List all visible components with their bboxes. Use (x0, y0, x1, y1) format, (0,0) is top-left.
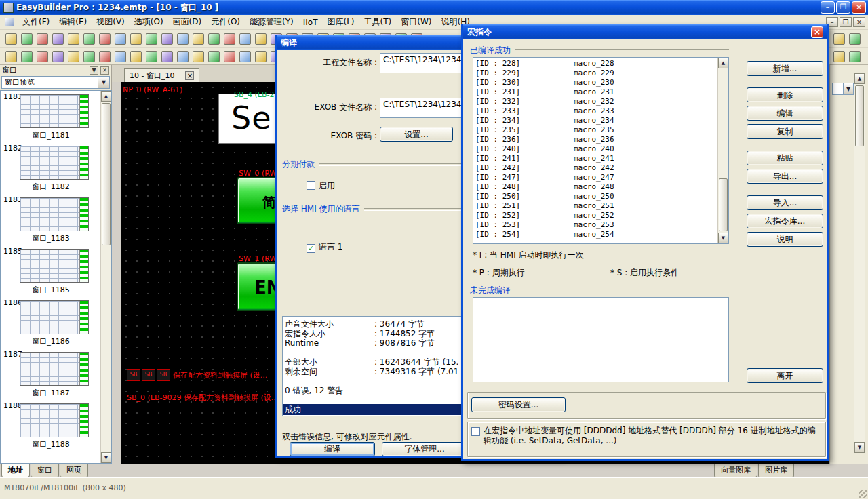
macro-list-item[interactable]: [ID : 248] macro_248 (473, 182, 716, 192)
options-icon[interactable] (847, 49, 863, 64)
set-bit-object[interactable]: SB (142, 369, 155, 381)
window-thumbnail[interactable] (20, 197, 89, 231)
panel-menu-icon[interactable]: ▼ (90, 66, 98, 75)
window-thumbnail[interactable] (20, 403, 89, 437)
scroll-down-icon[interactable]: ▼ (101, 452, 111, 463)
macro-action-button[interactable]: 编辑 (747, 106, 823, 121)
macro-list-item[interactable]: [ID : 232] macro_232 (473, 97, 716, 106)
macro-list-item[interactable]: [ID : 241] macro_241 (473, 154, 716, 163)
macro-action-button[interactable]: 粘贴 (747, 151, 823, 165)
window-list-item[interactable]: 1187 窗口_1187 (1, 348, 101, 400)
object-list-icon[interactable] (831, 31, 847, 46)
close-button[interactable]: × (852, 1, 866, 14)
set-bit-object[interactable]: SB (157, 369, 170, 381)
paste-icon[interactable] (97, 31, 113, 46)
macro-list-item[interactable]: [ID : 235] macro_235 (473, 125, 716, 135)
failed-macro-list[interactable] (473, 297, 729, 382)
menu-item[interactable]: 画面(D) (168, 14, 207, 30)
macro-manager-icon[interactable] (222, 31, 237, 46)
restore-button[interactable]: ❐ (836, 1, 850, 14)
scroll-up-icon[interactable]: ▲ (854, 73, 865, 84)
window-tree-icon[interactable] (847, 31, 863, 46)
word-lamp-icon[interactable] (175, 49, 191, 64)
compile-button[interactable]: 编译 (290, 442, 375, 456)
polygon-tool-icon[interactable] (81, 49, 97, 64)
mdi-close-button[interactable]: × (853, 17, 865, 27)
scroll-up-icon[interactable]: ▲ (718, 58, 728, 68)
menu-item[interactable]: IIoT (298, 16, 323, 29)
checkbox-icon[interactable] (471, 427, 480, 436)
window-thumbnail[interactable] (20, 249, 89, 283)
macro-list-item[interactable]: [ID : 233] macro_233 (473, 106, 716, 116)
scroll-down-icon[interactable]: ▼ (718, 233, 728, 243)
window-list-item[interactable]: 1183 窗口_1183 (1, 194, 101, 245)
open-project-icon[interactable] (19, 31, 35, 46)
macro-action-button[interactable]: 导入... (747, 195, 823, 210)
password-settings-button[interactable]: 密码设置... (471, 397, 566, 412)
set-bit-icon[interactable] (191, 49, 206, 64)
right-scrollbar[interactable]: ▲ ▼ (854, 73, 865, 453)
security-settings-icon[interactable] (159, 31, 175, 46)
select-tool-icon[interactable] (3, 49, 19, 64)
tab-close-icon[interactable]: × (185, 71, 194, 80)
checkbox-checked-icon[interactable]: ✓ (307, 244, 315, 253)
menu-item[interactable]: 视图(V) (92, 14, 130, 30)
menu-item[interactable]: 文件(F) (18, 14, 54, 30)
shape-library-icon[interactable] (253, 31, 269, 46)
macro-list-item[interactable]: [ID : 231] macro_231 (473, 87, 716, 97)
table-tool-icon[interactable] (144, 49, 159, 64)
macro-list-item[interactable]: [ID : 247] macro_247 (473, 173, 716, 182)
macro-list-item[interactable]: [ID : 234] macro_234 (473, 116, 716, 125)
close-icon[interactable]: × (811, 26, 823, 38)
macro-list-item[interactable]: [ID : 229] macro_229 (473, 68, 716, 78)
language1-checkbox[interactable]: ✓语言 1 (307, 241, 342, 253)
copy-icon[interactable] (81, 31, 97, 46)
mdi-restore-button[interactable]: ❐ (840, 17, 852, 27)
undo-icon[interactable] (113, 31, 128, 46)
bottom-tab[interactable]: 窗口 (31, 464, 59, 477)
macro-dialog-titlebar[interactable]: 宏指令 × (463, 24, 827, 39)
macro-list-item[interactable]: [ID : 251] macro_251 (473, 201, 716, 211)
bit-lamp-icon[interactable] (159, 49, 175, 64)
line-tool-icon[interactable] (35, 49, 50, 64)
cut-icon[interactable] (66, 31, 81, 46)
scroll-thumb[interactable] (855, 85, 864, 146)
mdi-child-icon[interactable] (5, 18, 14, 26)
macro-list-item[interactable]: [ID : 242] macro_242 (473, 163, 716, 173)
arc-tool-icon[interactable] (97, 49, 113, 64)
panel-close-icon[interactable]: × (100, 66, 109, 75)
scale-tool-icon[interactable] (128, 49, 144, 64)
ellipse-tool-icon[interactable] (66, 49, 81, 64)
macro-list-item[interactable]: [ID : 252] macro_252 (473, 211, 716, 220)
scroll-thumb[interactable] (102, 103, 111, 245)
macro-list[interactable]: [ID : 228] macro_228 [ID : 229] macro_22… (473, 57, 729, 244)
menu-item[interactable]: 工具(T) (359, 14, 397, 30)
resize-grip[interactable] (859, 490, 867, 498)
text-tool-icon[interactable] (19, 49, 35, 64)
address-tag-icon[interactable] (206, 31, 222, 46)
enable-checkbox[interactable]: 启用 (307, 180, 335, 192)
system-parameters-icon[interactable] (144, 31, 159, 46)
menu-item[interactable]: 能源管理(Y) (245, 14, 298, 30)
set-bit-object[interactable]: SB (127, 369, 140, 381)
address-format-checkbox[interactable]: 在宏指令中地址变量可使用 [DDDDdd] 地址格式替代 [DDDDh] 部分 … (471, 426, 818, 446)
window-preview-select[interactable]: 窗口预览 ▼ (1, 76, 110, 89)
window-thumbnail[interactable] (20, 300, 89, 334)
password-set-button[interactable]: 设置... (380, 127, 453, 142)
window-thumbnail[interactable] (20, 146, 89, 180)
macro-list-item[interactable]: [ID : 240] macro_240 (473, 144, 716, 154)
scroll-down-icon[interactable]: ▼ (854, 442, 865, 453)
macro-list-item[interactable]: [ID : 254] macro_254 (473, 230, 716, 239)
macro-action-button[interactable]: 说明 (747, 232, 823, 247)
window-list-scrollbar[interactable]: ▲ ▼ (100, 91, 111, 463)
exit-button[interactable]: 离开 (747, 368, 823, 383)
print-icon[interactable] (50, 31, 66, 46)
macro-action-button[interactable]: 导出... (747, 169, 823, 184)
font-manager-button[interactable]: 字体管理... (382, 442, 467, 456)
menu-item[interactable]: 元件(O) (206, 14, 245, 30)
ascii-input-icon[interactable] (253, 49, 269, 64)
set-word-icon[interactable] (206, 49, 222, 64)
chevron-down-icon[interactable]: ▼ (843, 83, 853, 94)
checkbox-icon[interactable] (307, 181, 315, 190)
font-manager-icon[interactable] (175, 31, 191, 46)
